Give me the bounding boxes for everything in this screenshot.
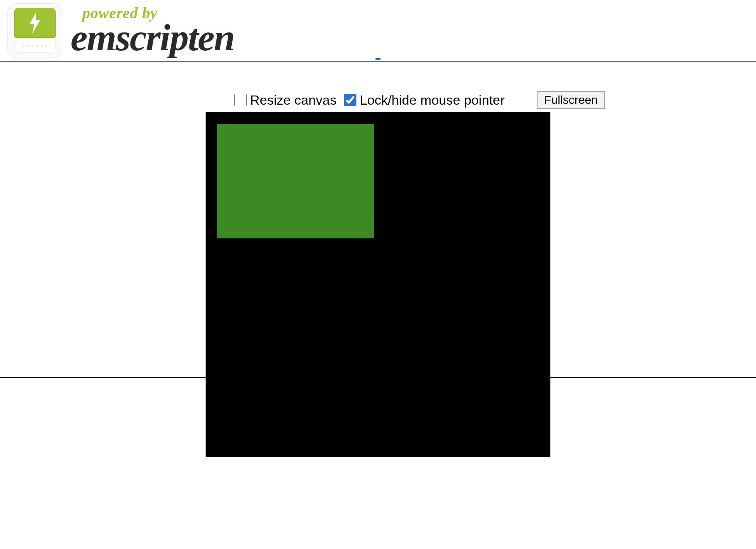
header: powered by emscripten <box>0 0 756 61</box>
controls-bar: Resize canvas Lock/hide mouse pointer Fu… <box>0 91 756 109</box>
lock-pointer-group[interactable]: Lock/hide mouse pointer <box>344 93 505 108</box>
logo-bottom <box>14 39 56 53</box>
brand-name: emscripten <box>71 18 234 56</box>
resize-canvas-label: Resize canvas <box>250 93 336 108</box>
canvas-area <box>0 112 756 457</box>
footer-divider <box>0 377 756 378</box>
canvas[interactable] <box>206 112 550 457</box>
header-divider <box>0 61 756 62</box>
emscripten-logo-icon <box>7 3 62 58</box>
resize-canvas-checkbox[interactable] <box>234 94 247 106</box>
lock-pointer-label: Lock/hide mouse pointer <box>360 93 505 108</box>
fullscreen-button[interactable]: Fullscreen <box>537 91 605 109</box>
progress-mark <box>376 58 380 60</box>
logo-top <box>14 8 56 38</box>
lock-pointer-checkbox[interactable] <box>344 94 356 106</box>
resize-canvas-group[interactable]: Resize canvas <box>234 93 336 108</box>
green-rect <box>217 124 374 238</box>
bolt-icon <box>27 12 43 34</box>
svg-marker-0 <box>29 12 40 34</box>
logo-text: powered by emscripten <box>71 5 234 56</box>
